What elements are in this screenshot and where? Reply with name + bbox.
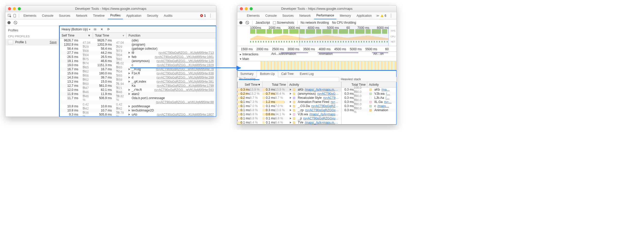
source-link[interactable]: rs=ACT90oGqRZGGxuWo-z8B… (305, 108, 339, 112)
stack-row[interactable]: 0.3 ms100.0 %c /maps… (342, 104, 396, 108)
error-badge[interactable]: ✕1 (200, 14, 206, 18)
tab-network[interactable]: Network (297, 12, 313, 19)
expand-icon[interactable] (129, 93, 130, 95)
source-link[interactable]: rs=ACT90oGqRZGG…KUIgM95Hw:1807 (157, 113, 214, 116)
kebab-menu-icon[interactable]: ⋮ (207, 13, 214, 18)
col-self[interactable]: Self Time▼ (60, 33, 93, 38)
expand-icon[interactable] (129, 72, 130, 74)
view-mode-dropdown[interactable]: Heavy (Bottom Up) (62, 28, 90, 31)
expand-icon[interactable] (129, 76, 130, 78)
source-link[interactable]: rs=ACT90oGqRZGG…VKUIgM95Hw:1661 (155, 55, 214, 59)
expand-icon[interactable] (129, 56, 130, 58)
source-link[interactable]: rs=ACT90oGqRZGG…VKUIgM95Hw:381 (157, 80, 214, 83)
source-link[interactable]: /maps/_/js/k=maps.m.en.ye… (309, 112, 339, 116)
tab-memory[interactable]: Memory (337, 12, 353, 19)
source-link[interactable]: rs=ACT90oGqRZGG…VKUIgM95Hw:126 (157, 59, 214, 63)
expand-icon[interactable] (290, 93, 291, 95)
btab-bottom-up[interactable]: Bottom-Up (257, 71, 278, 77)
source-link[interactable]: rs=… (384, 100, 392, 104)
source-link[interactable]: rs=ACT90oGqRZGG…KUIgM95Hw:713 (159, 51, 214, 55)
stack-row[interactable]: 0.3 ms100.0 %VJb.wa /… (342, 92, 396, 96)
tab-performance[interactable]: Performance (314, 12, 336, 19)
tab-console[interactable]: Console (263, 12, 279, 19)
bottom-up-row[interactable]: 0.1 ms6.4 %0.1 ms6.4 %TVe /maps/_/js/k=m… (237, 120, 341, 125)
js-sampling-dropdown[interactable]: JavaScript (256, 21, 270, 24)
expand-icon[interactable] (129, 81, 130, 83)
clear-icon[interactable] (245, 21, 249, 24)
col-activity[interactable]: Activity (288, 82, 341, 87)
cpu-throttle-dropdown[interactable]: No CPU throttling (332, 21, 356, 24)
overview-pane[interactable]: 1000ms2000 ms3000 ms4000 ms5000 ms607000… (237, 26, 396, 46)
expand-icon[interactable] (290, 97, 291, 99)
bottom-up-row[interactable]: 0.1 ms7.3 %1.2 ms64.7 %Animation Frame F… (237, 100, 341, 104)
tab-console[interactable]: Console (40, 12, 56, 19)
expand-icon[interactable] (129, 105, 130, 107)
refresh-icon[interactable]: ⟳ (106, 27, 111, 31)
source-link[interactable]: rs=ACT90oGqRZGGxuWo… (311, 104, 339, 108)
profile-row[interactable]: 9.3 ms0.36 %505.8 ms19.78 %uAbrs=ACT90oG… (60, 112, 216, 117)
eye-icon[interactable] (93, 27, 97, 31)
expand-icon[interactable] (129, 89, 130, 91)
source-link[interactable]: /maps/_/js/k=maps.m.en.yeALR… (305, 121, 339, 124)
bottom-up-row[interactable]: 0.2 ms13.2 %0.7 ms38.4 %(anonymous) rs=A… (237, 92, 341, 96)
expand-icon[interactable] (290, 117, 291, 119)
col-activity[interactable]: Activity (367, 82, 396, 87)
tab-application[interactable]: Application (124, 12, 144, 19)
source-link[interactable]: rs=ACT90o… (331, 100, 339, 104)
warning-badge[interactable]: 6 (380, 14, 386, 18)
sidebar-item-profile[interactable]: Profile 1 Save (5, 39, 59, 46)
bottom-up-row[interactable]: 0.1 ms6.8 %0.6 ms34.1 %VJb.wa /maps/_/js… (237, 112, 341, 116)
stack-row[interactable]: 0.3 ms100.0 %Animation (342, 108, 396, 112)
source-link[interactable]: /… (386, 92, 390, 95)
source-link[interactable]: /maps… (377, 104, 389, 108)
source-link[interactable]: rs=ACT90oGqRZGG…wVKUIgM95Hw:88 (156, 100, 214, 104)
bottom-up-row[interactable]: 0.1 ms6.8 %0.3 ms13.6 %_.zp rs=ACT90oGqR… (237, 108, 341, 112)
source-link[interactable]: rs=ACT90oGqRZ… (323, 96, 339, 100)
record-icon[interactable] (7, 21, 11, 24)
btab-event-log[interactable]: Event Log (297, 71, 317, 77)
bottom-up-row[interactable]: 0.1 ms6.8 %0.1 ms6.8 %_.ji rs=ACT90oGqRZ… (237, 116, 341, 120)
inspect-icon[interactable] (7, 14, 12, 18)
source-link[interactable]: rs=ACT90oGqRZGG…KUIgM95Hw:1929 (157, 63, 214, 67)
expand-icon[interactable] (290, 89, 291, 91)
flame-chart[interactable] (260, 61, 396, 71)
profile-row[interactable]: 11.7 ms0.46 %506.9 ms19.82 %Oda.b.port1.… (60, 96, 216, 100)
btab-summary[interactable]: Summary (237, 71, 257, 77)
tab-application[interactable]: Application (354, 12, 374, 19)
col-self[interactable]: Self Time ▼ (237, 82, 262, 87)
expand-icon[interactable] (290, 105, 291, 107)
expand-icon[interactable] (290, 121, 291, 124)
tab-network[interactable]: Network (74, 12, 90, 19)
expand-icon[interactable] (129, 109, 130, 111)
tab-sources[interactable]: Sources (280, 12, 296, 19)
tab-security[interactable]: Security (145, 12, 160, 19)
expand-icon[interactable] (129, 52, 130, 54)
record-icon[interactable] (239, 21, 242, 24)
expand-icon[interactable] (290, 113, 291, 115)
stack-row[interactable]: 0.3 ms100.0 %LJb.Aa /… (342, 96, 396, 100)
tab-profiles[interactable]: Profiles (108, 12, 123, 19)
source-link[interactable]: /ma… (382, 88, 390, 91)
source-link[interactable]: rs=ACT90oGqRZGGxuWo-z8BL… (303, 117, 339, 120)
btab-call-tree[interactable]: Call Tree (278, 71, 297, 77)
tab-timeline[interactable]: Timeline (91, 12, 107, 19)
more-tabs-icon[interactable]: ≫ (376, 14, 379, 18)
tab-audits[interactable]: Audits (162, 12, 175, 19)
source-link[interactable]: /… (386, 96, 389, 100)
stack-row[interactable]: 0.3 ms100.0 %aKb /ma… (342, 88, 396, 92)
expand-icon[interactable] (290, 109, 291, 111)
col-total[interactable]: Total Time▾ (93, 33, 126, 38)
bottom-up-row[interactable]: 0.3 ms13.9 %0.3 ms13.9 %aKb /maps/_/js/k… (237, 88, 341, 92)
tab-sources[interactable]: Sources (57, 12, 73, 19)
tab-elements[interactable]: Elements (21, 12, 39, 19)
titlebar[interactable]: Developer Tools - https://www.google.com… (5, 5, 216, 12)
source-link[interactable]: rs=ACT90oGqRZGG…wVKUIgM95Hw:593 (154, 88, 214, 92)
screenshots-checkbox[interactable]: Screenshots (273, 21, 294, 24)
tab-elements[interactable]: Elements (244, 12, 262, 19)
overview-selection[interactable] (299, 26, 389, 46)
col-total[interactable]: Total Time (262, 82, 288, 87)
network-throttle-dropdown[interactable]: No network throttling (301, 21, 329, 24)
source-link[interactable]: rs=ACT90oGqRZGG…VKUIgM95Hw:838 (157, 72, 214, 75)
timeline-ruler[interactable]: 1500 ms2000 ms2500 ms3000 ms3500 ms4000 … (237, 46, 396, 52)
source-link[interactable]: /maps/_/js/k=maps.m.en.yeALR… (305, 88, 339, 91)
